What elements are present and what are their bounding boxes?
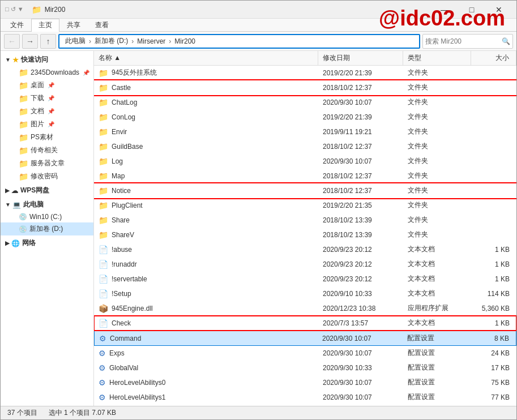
file-type-cell: 应用程序扩展 [403, 302, 471, 314]
sidebar-item-desktop[interactable]: 📁 桌面 📌 [1, 79, 93, 92]
sidebar-item-docs[interactable]: 📁 文档 📌 [1, 105, 93, 118]
table-row[interactable]: 📄 Check 2020/7/3 13:57 文本文档 1 KB [94, 316, 516, 331]
tab-view[interactable]: 查看 [88, 19, 116, 31]
file-size-cell [471, 131, 516, 133]
file-type-cell: 文件夹 [403, 140, 471, 152]
file-name-text: Log [112, 157, 123, 165]
up-button[interactable]: ↑ [40, 34, 56, 49]
file-size-cell [471, 204, 516, 207]
table-row[interactable]: 📁 Log 2020/9/30 10:07 文件夹 [94, 154, 516, 169]
file-type-cell: 文件夹 [403, 82, 471, 93]
minimize-button[interactable]: — [431, 1, 458, 19]
col-header-name[interactable]: 名称 ▲ [94, 51, 318, 65]
file-type-cell: 文本文档 [403, 273, 471, 285]
sidebar-section-wps: ▶ ☁ WPS网盘 [1, 184, 93, 197]
sidebar-item-downloads2[interactable]: 📁 下载 📌 [1, 92, 93, 105]
col-header-size[interactable]: 大小 [471, 51, 516, 65]
file-size-cell: 1 KB [471, 274, 516, 284]
table-row[interactable]: ⚙ GlobalVal 2020/9/30 10:33 配置设置 17 KB [94, 361, 516, 375]
sidebar-item-legendrelated[interactable]: 📁 传奇相关 [1, 144, 93, 157]
tab-home[interactable]: 主页 [31, 19, 59, 32]
tab-share[interactable]: 共享 [59, 19, 88, 31]
file-size-cell: 1 KB [471, 245, 516, 255]
file-size-cell [471, 234, 516, 236]
file-icon: 📁 [99, 201, 108, 210]
statusbar: 37 个项目 选中 1 个项目 7.07 KB [1, 406, 516, 419]
search-input[interactable] [425, 37, 499, 45]
col-header-type[interactable]: 类型 [403, 51, 471, 65]
file-name-cell: 📁 Castle [94, 82, 318, 93]
sidebar-section-quickaccess: ▼ ★ 快速访问 📁 2345Downloads 📌 📁 桌面 📌 📁 下载 [1, 53, 93, 183]
file-icon: ⚙ [99, 378, 106, 387]
file-icon: 📦 [99, 304, 108, 313]
file-type-cell: 文件夹 [403, 67, 471, 79]
col-header-date[interactable]: 修改日期 [318, 51, 403, 65]
file-name-text: ChatLog [112, 98, 137, 106]
file-size-cell [471, 72, 516, 74]
table-row[interactable]: 📄 !abuse 2020/9/23 20:12 文本文档 1 KB [94, 242, 516, 257]
close-button[interactable]: ✕ [486, 1, 512, 19]
table-row[interactable]: ⚙ HeroLevelAbilitys0 2020/9/30 10:07 配置设… [94, 375, 516, 390]
path-mir200[interactable]: Mir200 [172, 37, 198, 46]
sidebar-item-ddrive[interactable]: 💿 新加卷 (D:) [1, 222, 93, 235]
sidebar-item-cdrive[interactable]: 💿 Win10 (C:) [1, 211, 93, 222]
file-size-cell: 24 KB [471, 348, 516, 358]
sidebar-item-psmaterial[interactable]: 📁 PS素材 [1, 131, 93, 144]
folder-icon: 📁 [19, 120, 28, 129]
table-row[interactable]: 📄 !runaddr 2020/9/23 20:12 文本文档 1 KB [94, 257, 516, 272]
sidebar-item-changepassword[interactable]: 📁 修改密码 [1, 170, 93, 183]
path-drive[interactable]: 新加卷 (D:) [92, 36, 130, 46]
file-icon: 📁 [99, 98, 108, 107]
sidebar-quickaccess-header[interactable]: ▼ ★ 快速访问 [1, 53, 93, 66]
file-rows-container: 📁 945反外挂系统 2019/2/20 21:39 文件夹 📁 Castle … [94, 66, 516, 406]
table-row[interactable]: 📁 ChatLog 2020/9/30 10:07 文件夹 [94, 95, 516, 110]
sidebar-wps-header[interactable]: ▶ ☁ WPS网盘 [1, 184, 93, 197]
table-row[interactable]: 📄 !servertable 2020/9/23 20:12 文本文档 1 KB [94, 272, 516, 286]
file-date-cell: 2020/9/30 10:07 [318, 378, 403, 388]
sidebar-network-header[interactable]: ▶ 🌐 网络 [1, 237, 93, 250]
table-row[interactable]: 📦 945Engine.dll 2020/12/23 10:38 应用程序扩展 … [94, 301, 516, 316]
file-name-cell: 📁 Log [94, 156, 318, 167]
pin-icon: 📌 [83, 70, 89, 76]
file-type-cell: 配置设置 [403, 347, 471, 359]
selected-info: 选中 1 个项目 7.07 KB [49, 408, 116, 418]
table-row[interactable]: ⚙ HeroLevelAbilitys1 2020/9/30 10:07 配置设… [94, 390, 516, 405]
sidebar-item-downloads[interactable]: 📁 2345Downloads 📌 [1, 66, 93, 79]
table-row[interactable]: 📁 ConLog 2019/2/20 21:39 文件夹 [94, 110, 516, 125]
address-box[interactable]: 此电脑 › 新加卷 (D:) › Mirserver › Mir200 [58, 34, 420, 49]
maximize-button[interactable]: □ [459, 1, 485, 19]
table-row[interactable]: 📁 Map 2018/10/2 12:37 文件夹 [94, 169, 516, 183]
file-date-cell: 2019/2/20 21:35 [318, 200, 403, 211]
table-row[interactable]: 📁 GuildBase 2018/10/2 12:37 文件夹 [94, 139, 516, 154]
table-row[interactable]: 📁 ShareV 2018/10/2 13:39 文件夹 [94, 228, 516, 242]
file-type-cell: 文本文档 [403, 258, 471, 270]
table-row[interactable]: 📄 !Setup 2020/9/10 10:33 文本文档 114 KB [94, 286, 516, 301]
sidebar-item-label: 修改密码 [31, 172, 58, 181]
path-pc[interactable]: 此电脑 [63, 36, 88, 46]
table-row[interactable]: 📁 945反外挂系统 2019/2/20 21:39 文件夹 [94, 66, 516, 80]
table-row[interactable]: 📁 Castle 2018/10/2 12:37 文件夹 [94, 80, 516, 95]
file-type-cell: 配置设置 [403, 391, 471, 403]
table-row[interactable]: ⚙ Exps 2020/9/30 10:07 配置设置 24 KB [94, 346, 516, 361]
sidebar-item-label: 服务器文章 [31, 158, 65, 168]
back-button[interactable]: ← [4, 34, 20, 49]
sidebar-item-label: 图片 [31, 119, 44, 129]
file-icon: 📄 [99, 245, 108, 254]
search-box[interactable]: 🔍 [422, 34, 513, 49]
file-name-cell: ⚙ HeroLevelAbilitys1 [94, 392, 318, 403]
file-name-text: Command [110, 335, 141, 342]
table-row[interactable]: 📁 PlugClient 2019/2/20 21:35 文件夹 [94, 198, 516, 213]
tab-file[interactable]: 文件 [3, 19, 31, 31]
file-name-cell: 📄 !abuse [94, 244, 318, 255]
sidebar-thispc-header[interactable]: ▼ 💻 此电脑 [1, 198, 93, 211]
table-row[interactable]: 📁 Share 2018/10/2 13:39 文件夹 [94, 213, 516, 228]
table-row[interactable]: 📁 Notice 2018/10/2 12:37 文件夹 [94, 183, 516, 198]
table-row[interactable]: 📁 Envir 2019/9/11 19:21 文件夹 [94, 125, 516, 139]
file-name-cell: 📁 Envir [94, 126, 318, 138]
table-row[interactable]: ⚙ Command 2020/9/30 10:07 配置设置 8 KB [94, 331, 516, 346]
sidebar-item-pics[interactable]: 📁 图片 📌 [1, 118, 93, 131]
forward-button[interactable]: → [22, 34, 38, 49]
sidebar-item-serverarticle[interactable]: 📁 服务器文章 [1, 157, 93, 170]
path-mirserver[interactable]: Mirserver [135, 37, 168, 46]
file-size-cell [471, 160, 516, 162]
